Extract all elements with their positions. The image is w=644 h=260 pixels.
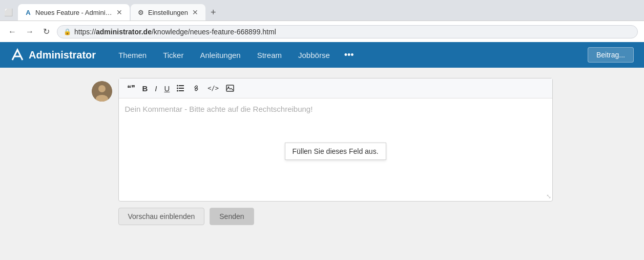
- resize-handle-icon[interactable]: ⤡: [546, 193, 551, 200]
- nav-cta-button[interactable]: Beitrag...: [588, 47, 634, 63]
- italic-button[interactable]: I: [152, 82, 160, 95]
- back-button[interactable]: ←: [6, 25, 18, 38]
- tab1-favicon: A: [24, 8, 32, 16]
- svg-rect-3: [179, 85, 184, 86]
- editor-actions: Vorschau einblenden Senden: [92, 208, 553, 225]
- app-navigation: Administrator Themen Ticker Anleitungen …: [0, 42, 644, 68]
- link-button[interactable]: [189, 82, 203, 94]
- tab-bar: ⬜ A Neues Feature - Administr... ✕ ⚙ Ein…: [0, 0, 644, 21]
- nav-themen[interactable]: Themen: [111, 47, 154, 64]
- nav-jobboerse[interactable]: Jobbörse: [291, 47, 337, 64]
- browser-chrome: ⬜ A Neues Feature - Administr... ✕ ⚙ Ein…: [0, 0, 644, 42]
- address-bar-url: https://administrator.de/knowledge/neues…: [74, 28, 631, 36]
- app-logo[interactable]: Administrator: [10, 48, 96, 62]
- address-bar[interactable]: 🔒 https://administrator.de/knowledge/neu…: [57, 25, 638, 38]
- avatar-image: [92, 81, 112, 102]
- nav-more-icon[interactable]: •••: [339, 48, 359, 63]
- comment-editor: ❝❞ B I U: [118, 78, 553, 202]
- new-tab-button[interactable]: +: [206, 5, 220, 20]
- quote-button[interactable]: ❝❞: [124, 82, 138, 95]
- editor-placeholder: Dein Kommentar - Bitte achte auf die Rec…: [125, 105, 313, 113]
- code-button[interactable]: </>: [204, 83, 222, 94]
- editor-toolbar: ❝❞ B I U: [119, 78, 552, 98]
- svg-point-7: [177, 88, 178, 89]
- send-button[interactable]: Senden: [210, 208, 254, 225]
- nav-anleitungen[interactable]: Anleitungen: [193, 47, 247, 64]
- validation-tooltip: Füllen Sie dieses Feld aus.: [284, 143, 386, 160]
- comment-area: ❝❞ B I U: [92, 78, 553, 202]
- app-name: Administrator: [29, 49, 96, 61]
- svg-point-1: [98, 85, 106, 92]
- forward-button[interactable]: →: [24, 25, 36, 38]
- image-button[interactable]: [223, 82, 237, 94]
- tab2-title: Einstellungen: [148, 9, 188, 16]
- preview-button[interactable]: Vorschau einblenden: [118, 208, 205, 225]
- address-bar-row: ← → ↻ 🔒 https://administrator.de/knowled…: [0, 21, 644, 42]
- nav-ticker[interactable]: Ticker: [156, 47, 191, 64]
- page-content: ❝❞ B I U: [0, 68, 644, 260]
- svg-rect-4: [179, 88, 184, 89]
- list-button[interactable]: [174, 82, 188, 94]
- tab2-close-icon[interactable]: ✕: [191, 7, 199, 17]
- tab1-title: Neues Feature - Administr...: [35, 9, 112, 16]
- window-icon: ⬜: [4, 8, 13, 16]
- lock-icon: 🔒: [64, 28, 71, 35]
- svg-point-6: [177, 85, 178, 87]
- tab1-close-icon[interactable]: ✕: [115, 7, 123, 17]
- svg-rect-5: [179, 90, 184, 91]
- refresh-button[interactable]: ↻: [41, 25, 52, 38]
- svg-rect-9: [226, 85, 234, 91]
- nav-stream[interactable]: Stream: [250, 47, 289, 64]
- svg-point-8: [177, 90, 178, 92]
- logo-icon: [10, 48, 25, 62]
- bold-button[interactable]: B: [139, 82, 151, 95]
- tab-einstellungen[interactable]: ⚙ Einstellungen ✕: [131, 4, 205, 21]
- tab2-favicon: ⚙: [137, 8, 145, 16]
- tab-neues-feature[interactable]: A Neues Feature - Administr... ✕: [18, 4, 130, 21]
- underline-button[interactable]: U: [161, 82, 173, 95]
- nav-links: Themen Ticker Anleitungen Stream Jobbörs…: [111, 47, 588, 64]
- tooltip-text: Füllen Sie dieses Feld aus.: [284, 143, 386, 160]
- editor-body[interactable]: Dein Kommentar - Bitte achte auf die Rec…: [119, 98, 552, 201]
- avatar: [92, 81, 112, 102]
